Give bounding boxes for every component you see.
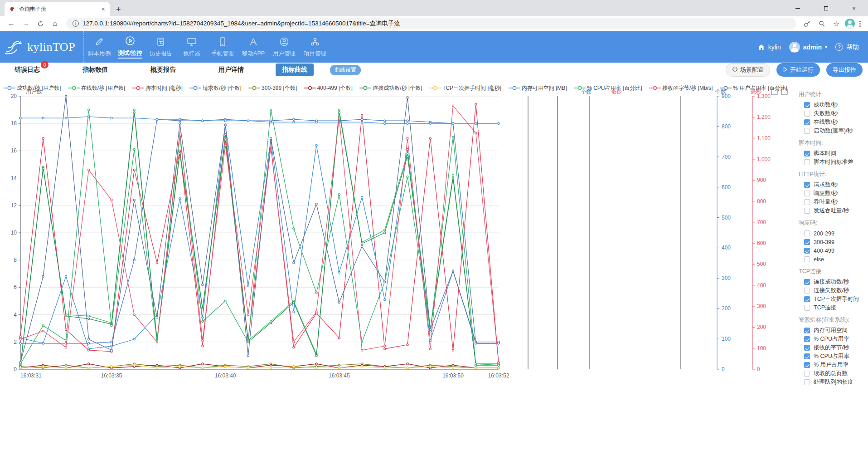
metric-checkbox[interactable]	[804, 256, 810, 262]
metric-checkbox[interactable]	[804, 305, 810, 311]
sidebar-metric-item[interactable]: 接收的字节/秒	[804, 343, 868, 352]
legend-item-11[interactable]: 接收的字节/秒 [Mb/s]	[649, 84, 713, 92]
page-info-icon[interactable]: i	[73, 20, 79, 27]
sidebar-metric-item[interactable]: 处理队列的长度	[804, 378, 868, 387]
browser-tab[interactable]: 查询电子流 ×	[5, 2, 110, 16]
nav-item-4[interactable]: 执行器	[176, 31, 207, 63]
subnav-tab-2[interactable]: 指标数值	[82, 64, 109, 76]
window-maximize-button[interactable]	[812, 0, 840, 16]
sidebar-metric-item[interactable]: 300-399	[804, 238, 868, 246]
metric-checkbox[interactable]	[804, 111, 810, 117]
metric-checkbox[interactable]	[804, 248, 810, 254]
action-button-2[interactable]: 开始运行	[776, 63, 820, 77]
nav-item-2[interactable]: 测试/监控	[115, 31, 145, 63]
legend-item-1[interactable]: 成功数/秒 [用户数]	[4, 84, 61, 92]
metric-checkbox[interactable]	[804, 279, 810, 285]
sidebar-metric-item[interactable]: TCP连接	[804, 303, 868, 312]
home-link[interactable]: kylin	[757, 44, 781, 51]
sidebar-metric-item[interactable]: 脚本时间	[804, 149, 868, 158]
nav-item-1[interactable]: 脚本用例	[84, 31, 115, 63]
metric-checkbox[interactable]	[804, 288, 810, 294]
metric-checkbox[interactable]	[804, 379, 810, 385]
nav-item-5[interactable]: 手机管理	[207, 31, 238, 63]
metric-checkbox[interactable]	[804, 230, 810, 236]
help-link[interactable]: ? 帮助	[835, 43, 859, 51]
sidebar-metric-item[interactable]: 吞吐量/秒	[804, 198, 868, 206]
zoom-icon[interactable]	[816, 18, 828, 29]
sidebar-metric-item[interactable]: 启动数(速率)/秒	[804, 127, 868, 135]
metric-checkbox[interactable]	[804, 159, 810, 165]
window-minimize-button[interactable]	[784, 0, 812, 16]
metric-checkbox[interactable]	[804, 182, 810, 188]
metric-checkbox[interactable]	[804, 371, 810, 377]
legend-item-5[interactable]: 300-399 [个数]	[248, 84, 297, 92]
metric-checkbox[interactable]	[804, 191, 810, 196]
subnav-tab-3[interactable]: 概要报告	[150, 64, 177, 76]
metric-checkbox[interactable]	[804, 296, 810, 302]
metric-checkbox[interactable]	[804, 239, 810, 245]
action-button-1[interactable]: 场景配置	[726, 63, 770, 77]
sidebar-metric-item[interactable]: 成功数/秒	[804, 101, 868, 109]
subnav-tab-1[interactable]: 错误日志0	[14, 64, 41, 76]
legend-item-9[interactable]: 内存可用空间 [MB]	[509, 84, 567, 92]
sidebar-metric-item[interactable]: % CPU占用率	[804, 335, 868, 343]
legend-item-3[interactable]: 脚本时间 [毫秒]	[132, 84, 183, 92]
tab-close-icon[interactable]: ×	[102, 5, 105, 13]
new-tab-button[interactable]: +	[116, 5, 121, 16]
forward-icon[interactable]: →	[20, 18, 32, 29]
metric-checkbox[interactable]	[804, 151, 810, 157]
sidebar-metric-item[interactable]: % 用户占用率	[804, 361, 868, 369]
action-button-3[interactable]: 导出报告	[826, 63, 863, 77]
legend-item-6[interactable]: 400-499 [个数]	[304, 84, 353, 92]
brand[interactable]: kylinTOP	[0, 31, 84, 63]
legend-item-4[interactable]: 请求数/秒 [个数]	[189, 84, 241, 92]
sidebar-metric-item[interactable]: TCP三次握手时间	[804, 295, 868, 303]
metric-checkbox[interactable]	[804, 336, 810, 342]
sidebar-metric-item[interactable]: 200-299	[804, 229, 868, 238]
sidebar-metric-item[interactable]: else	[804, 255, 868, 264]
address-bar[interactable]: i 127.0.0.1:18080/#/report/charts?id=158…	[66, 18, 796, 29]
home-icon[interactable]: ⌂	[49, 18, 61, 29]
subnav-tab-4[interactable]: 用户详情	[218, 64, 245, 76]
key-icon[interactable]	[801, 18, 813, 29]
metric-checkbox[interactable]	[804, 119, 810, 125]
sidebar-metric-item[interactable]: 脚本时间标准差	[804, 158, 868, 166]
sidebar-metric-item[interactable]: 连接失败数/秒	[804, 286, 868, 295]
legend-item-12[interactable]: % 用户占用率 [百分比]	[720, 84, 787, 92]
sidebar-metric-item[interactable]: 在线数/秒	[804, 118, 868, 127]
legend-item-7[interactable]: 连接成功数/秒 [个数]	[359, 84, 422, 92]
legend-item-2[interactable]: 在线数/秒 [用户数]	[68, 84, 125, 92]
sidebar-metric-item[interactable]: % CPU占用率	[804, 352, 868, 361]
metric-checkbox[interactable]	[804, 328, 810, 333]
browser-menu-icon[interactable]	[858, 19, 863, 29]
user-menu[interactable]: admin ▾	[789, 42, 827, 53]
legend-item-8[interactable]: TCP三次握手时间 [毫秒]	[429, 84, 501, 92]
metric-checkbox[interactable]	[804, 345, 810, 351]
nav-item-6[interactable]: 移动APP	[238, 31, 269, 63]
sidebar-metric-item[interactable]: 内存可用空间	[804, 326, 868, 335]
nav-item-8[interactable]: 项目管理	[300, 31, 330, 63]
legend-item-10[interactable]: % CPU占用率 [百分比]	[574, 84, 642, 92]
metric-checkbox[interactable]	[804, 102, 810, 108]
browser-profile-avatar[interactable]	[845, 19, 855, 29]
refresh-icon[interactable]	[34, 18, 46, 29]
sidebar-metric-item[interactable]: 连接成功数/秒	[804, 278, 868, 286]
sidebar-metric-item[interactable]: 读取的总页数	[804, 369, 868, 378]
nav-item-7[interactable]: 用户管理	[269, 31, 300, 63]
subnav-tab-5[interactable]: 指标曲线	[276, 64, 314, 76]
sidebar-metric-item[interactable]: 失败数/秒	[804, 109, 868, 118]
metric-checkbox[interactable]	[804, 362, 810, 368]
metric-checkbox[interactable]	[804, 208, 810, 214]
sidebar-metric-item[interactable]: 400-499	[804, 246, 868, 255]
metric-checkbox[interactable]	[804, 199, 810, 205]
metric-checkbox[interactable]	[804, 128, 810, 134]
window-close-button[interactable]: ×	[840, 0, 868, 16]
sidebar-metric-item[interactable]: 响应数/秒	[804, 189, 868, 198]
back-icon[interactable]: ←	[5, 18, 17, 29]
sidebar-metric-item[interactable]: 发送吞吐量/秒	[804, 206, 868, 215]
curve-settings-button[interactable]: 曲线设置	[330, 65, 361, 75]
nav-item-3[interactable]: 历史报告	[145, 31, 176, 63]
sidebar-metric-item[interactable]: 请求数/秒	[804, 181, 868, 189]
metric-checkbox[interactable]	[804, 353, 810, 359]
bookmark-star-icon[interactable]: ☆	[830, 18, 842, 29]
